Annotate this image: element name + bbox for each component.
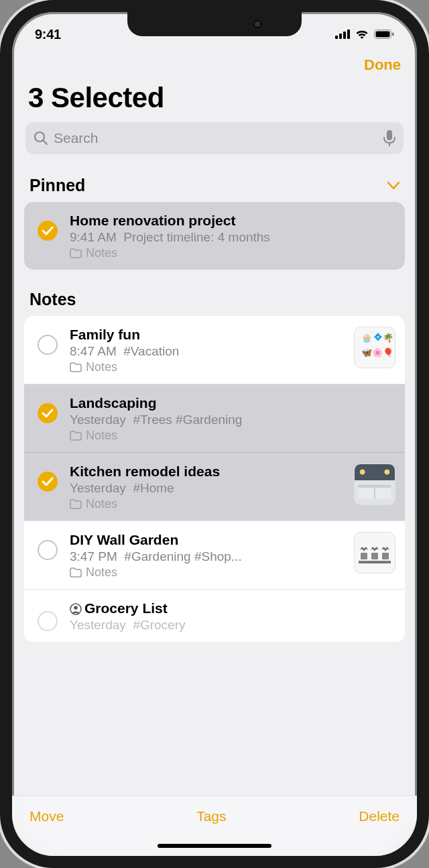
svg-text:🎈: 🎈 — [383, 347, 393, 358]
svg-text:🦋: 🦋 — [361, 347, 373, 358]
note-row[interactable]: Home renovation project 9:41 AM Project … — [24, 202, 405, 270]
note-folder: Notes — [70, 497, 345, 511]
battery-icon — [374, 30, 394, 39]
note-row[interactable]: Kitchen remodel ideas Yesterday #Home No… — [24, 452, 405, 521]
delete-button[interactable]: Delete — [359, 808, 400, 824]
wifi-icon — [355, 29, 369, 40]
note-thumbnail: 🧁💠🌴 🦋🌸🎈 — [354, 327, 395, 368]
svg-line-8 — [44, 141, 48, 145]
folder-icon — [70, 499, 82, 509]
move-button[interactable]: Move — [29, 808, 64, 824]
note-preview: Yesterday #Home — [70, 481, 345, 496]
checkbox[interactable] — [38, 403, 58, 423]
note-preview: 9:41 AM Project timeline: 4 months — [70, 230, 395, 245]
checkbox[interactable] — [38, 221, 58, 241]
checkbox[interactable] — [38, 472, 58, 492]
note-row[interactable]: Grocery List Yesterday #Grocery — [24, 590, 405, 642]
tags-button[interactable]: Tags — [196, 808, 226, 824]
note-title: Grocery List — [70, 600, 395, 616]
note-thumbnail — [354, 464, 395, 505]
search-bar[interactable] — [25, 122, 404, 154]
note-title: Kitchen remodel ideas — [70, 464, 345, 480]
note-preview: Yesterday #Trees #Gardening — [70, 413, 395, 427]
note-preview: 8:47 AM #Vacation — [70, 344, 345, 359]
checkbox[interactable] — [38, 335, 58, 355]
svg-point-27 — [74, 606, 78, 610]
note-folder: Notes — [70, 565, 345, 580]
folder-icon — [70, 248, 82, 258]
svg-rect-25 — [359, 561, 391, 563]
note-preview: 3:47 PM #Gardening #Shop... — [70, 549, 345, 564]
chevron-down-icon — [387, 182, 400, 190]
note-row[interactable]: Family fun 8:47 AM #Vacation Notes 🧁💠🌴 🦋… — [24, 316, 405, 384]
note-title: Family fun — [70, 327, 345, 343]
note-thumbnail — [354, 532, 395, 574]
svg-rect-23 — [371, 553, 378, 559]
svg-rect-20 — [359, 485, 391, 488]
status-icons — [335, 29, 394, 40]
pinned-list: Home renovation project 9:41 AM Project … — [24, 202, 405, 270]
nav-bar: Done — [12, 48, 417, 79]
shared-icon — [70, 603, 82, 615]
svg-text:🌴: 🌴 — [383, 332, 393, 343]
svg-rect-21 — [374, 488, 375, 499]
note-folder: Notes — [70, 246, 395, 260]
home-indicator[interactable] — [158, 844, 271, 848]
section-header-notes[interactable]: Notes — [12, 270, 417, 316]
note-preview: Yesterday #Grocery — [70, 618, 395, 633]
done-button[interactable]: Done — [364, 56, 401, 74]
svg-rect-6 — [392, 33, 394, 36]
checkbox[interactable] — [38, 540, 58, 560]
svg-text:💠: 💠 — [373, 332, 383, 341]
svg-text:🌸: 🌸 — [372, 347, 383, 358]
note-title: DIY Wall Garden — [70, 532, 345, 548]
cellular-icon — [335, 30, 350, 39]
search-input[interactable] — [54, 130, 378, 146]
svg-rect-9 — [387, 130, 392, 140]
notch — [127, 12, 302, 36]
section-title-notes: Notes — [29, 290, 76, 309]
search-icon — [34, 131, 48, 146]
svg-rect-22 — [361, 553, 367, 559]
page-title: 3 Selected — [12, 79, 417, 122]
svg-point-18 — [385, 470, 390, 475]
note-row[interactable]: DIY Wall Garden 3:47 PM #Gardening #Shop… — [24, 521, 405, 590]
note-title: Home renovation project — [70, 213, 395, 229]
notes-list: Family fun 8:47 AM #Vacation Notes 🧁💠🌴 🦋… — [24, 316, 405, 642]
folder-icon — [70, 362, 82, 372]
status-time: 9:41 — [35, 27, 61, 42]
svg-rect-3 — [347, 30, 350, 39]
svg-point-17 — [360, 470, 365, 475]
svg-rect-1 — [339, 34, 342, 39]
checkbox[interactable] — [38, 611, 58, 631]
svg-text:🧁: 🧁 — [361, 332, 373, 343]
section-header-pinned[interactable]: Pinned — [12, 168, 417, 202]
note-row[interactable]: Landscaping Yesterday #Trees #Gardening … — [24, 384, 405, 453]
svg-rect-5 — [376, 32, 390, 38]
note-folder: Notes — [70, 360, 345, 374]
svg-rect-0 — [335, 36, 338, 39]
svg-rect-24 — [382, 553, 389, 559]
folder-icon — [70, 431, 82, 441]
section-title-pinned: Pinned — [29, 176, 85, 195]
note-folder: Notes — [70, 429, 395, 443]
note-title: Landscaping — [70, 395, 395, 411]
folder-icon — [70, 567, 82, 578]
svg-rect-2 — [343, 32, 346, 39]
iphone-frame: 9:41 Done 3 Selected Pinned — [0, 0, 429, 868]
mic-icon[interactable] — [383, 130, 395, 146]
